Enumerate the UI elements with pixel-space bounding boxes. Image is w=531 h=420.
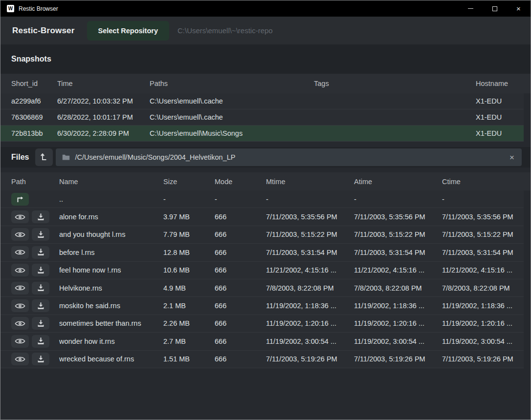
empty-area bbox=[0, 368, 531, 420]
column-path: Path bbox=[11, 178, 59, 186]
snapshot-row[interactable]: 76306869 6/28/2022, 10:01:17 PM C:\Users… bbox=[0, 109, 524, 126]
file-mtime: 7/11/2003, 5:35:56 PM bbox=[266, 213, 354, 221]
file-ctime: - bbox=[442, 195, 515, 203]
download-icon bbox=[37, 213, 45, 221]
file-atime: 11/19/2002, 1:20:16 ... bbox=[354, 319, 442, 327]
download-file-button[interactable] bbox=[32, 228, 49, 241]
file-mode: 666 bbox=[215, 284, 266, 292]
file-row: before l.rns 12.8 MB 666 7/11/2003, 5:31… bbox=[0, 244, 524, 261]
column-mode: Mode bbox=[215, 178, 266, 186]
file-mode: 666 bbox=[215, 213, 266, 221]
corner-up-right-arrow-icon bbox=[15, 194, 25, 204]
download-file-button[interactable] bbox=[32, 246, 49, 259]
select-repository-button[interactable]: Select Repository bbox=[87, 21, 170, 41]
snapshot-time: 6/30/2022, 2:28:09 PM bbox=[57, 129, 150, 137]
snapshot-short-id: 72b813bb bbox=[11, 129, 57, 137]
column-paths: Paths bbox=[150, 80, 314, 87]
preview-file-button[interactable] bbox=[11, 228, 29, 241]
file-name: moskito he said.rns bbox=[59, 302, 163, 310]
file-atime: 7/11/2003, 5:15:22 PM bbox=[354, 231, 442, 238]
file-row: sometimes better than.rns 2.26 MB 666 11… bbox=[0, 315, 524, 333]
download-file-button[interactable] bbox=[32, 335, 49, 348]
download-icon bbox=[37, 248, 45, 256]
preview-file-button[interactable] bbox=[11, 335, 29, 348]
clear-path-button[interactable]: × bbox=[509, 153, 515, 162]
download-file-button[interactable] bbox=[32, 353, 49, 365]
window-title: Restic Browser bbox=[19, 5, 58, 12]
file-size: 2.26 MB bbox=[163, 319, 215, 327]
maximize-button[interactable] bbox=[483, 0, 507, 17]
file-mode: 666 bbox=[215, 249, 266, 256]
file-mtime: - bbox=[266, 195, 354, 203]
file-size: 4.9 MB bbox=[163, 284, 215, 292]
file-row: feel home now !.rns 10.6 MB 666 11/21/20… bbox=[0, 262, 524, 279]
file-mtime: 7/11/2003, 5:31:54 PM bbox=[266, 249, 354, 256]
file-mode: 666 bbox=[215, 319, 266, 327]
file-atime: 11/19/2002, 1:18:36 ... bbox=[354, 302, 442, 310]
snapshots-section-header: Snapshots bbox=[0, 44, 531, 74]
snapshot-time: 6/27/2022, 10:03:32 PM bbox=[57, 97, 150, 105]
file-ctime: 11/19/2002, 3:00:54 ... bbox=[442, 337, 515, 345]
download-file-button[interactable] bbox=[32, 282, 49, 294]
window-controls: × bbox=[459, 0, 531, 17]
eye-icon bbox=[15, 249, 25, 256]
eye-icon bbox=[15, 302, 25, 310]
preview-file-button[interactable] bbox=[11, 299, 29, 312]
download-file-button[interactable] bbox=[32, 210, 49, 223]
folder-icon bbox=[62, 154, 70, 161]
file-size: 2.1 MB bbox=[163, 302, 215, 310]
dump-snapshot-button[interactable] bbox=[35, 148, 53, 166]
eye-icon bbox=[15, 356, 25, 363]
column-ctime: Ctime bbox=[442, 178, 522, 186]
file-name: .. bbox=[59, 195, 163, 203]
section-divider bbox=[0, 168, 531, 172]
file-size: 2.7 MB bbox=[163, 337, 215, 345]
eye-icon bbox=[15, 213, 25, 221]
snapshot-row[interactable]: a2299af6 6/27/2022, 10:03:32 PM C:\Users… bbox=[0, 93, 524, 109]
preview-file-button[interactable] bbox=[11, 246, 29, 259]
snapshot-short-id: a2299af6 bbox=[11, 97, 57, 105]
file-atime: 11/19/2002, 3:00:54 ... bbox=[354, 337, 442, 345]
section-divider bbox=[0, 142, 531, 147]
file-size: 1.51 MB bbox=[163, 355, 215, 363]
file-mtime: 11/19/2002, 1:20:16 ... bbox=[266, 319, 354, 327]
file-ctime: 11/19/2002, 1:20:16 ... bbox=[442, 319, 515, 327]
minimize-button[interactable] bbox=[459, 0, 483, 17]
preview-file-button[interactable] bbox=[11, 353, 29, 365]
up-level-icon bbox=[39, 152, 49, 162]
file-ctime: 7/11/2003, 5:31:54 PM bbox=[442, 249, 515, 256]
file-mtime: 11/21/2002, 4:15:16 ... bbox=[266, 266, 354, 274]
file-path-bar[interactable]: /C/Users/emuell/Music/Songs/2004_Helveti… bbox=[56, 148, 522, 166]
file-mtime: 7/11/2003, 5:19:26 PM bbox=[266, 355, 354, 363]
file-mode: 666 bbox=[215, 302, 266, 310]
download-icon bbox=[37, 231, 45, 239]
column-name: Name bbox=[59, 178, 163, 186]
file-name: feel home now !.rns bbox=[59, 266, 163, 274]
download-icon bbox=[37, 284, 45, 292]
download-icon bbox=[37, 302, 45, 310]
download-file-button[interactable] bbox=[32, 317, 49, 330]
file-ctime: 7/11/2003, 5:35:56 PM bbox=[442, 213, 515, 221]
column-size: Size bbox=[163, 178, 215, 186]
snapshot-row[interactable]: 72b813bb 6/30/2022, 2:28:09 PM C:\Users\… bbox=[0, 126, 524, 142]
file-atime: 7/11/2003, 5:35:56 PM bbox=[354, 213, 442, 221]
file-ctime: 7/11/2003, 5:15:22 PM bbox=[442, 231, 515, 238]
preview-file-button[interactable] bbox=[11, 210, 29, 223]
close-button[interactable]: × bbox=[507, 0, 531, 17]
file-row: alone for.rns 3.97 MB 666 7/11/2003, 5:3… bbox=[0, 208, 524, 226]
preview-file-button[interactable] bbox=[11, 282, 29, 294]
file-mode: - bbox=[215, 195, 266, 203]
eye-icon bbox=[15, 231, 25, 238]
snapshot-hostname: X1-EDU bbox=[476, 97, 515, 105]
file-atime: 7/11/2003, 5:31:54 PM bbox=[354, 249, 442, 256]
download-file-button[interactable] bbox=[32, 264, 49, 276]
download-file-button[interactable] bbox=[32, 299, 49, 312]
file-ctime: 7/11/2003, 5:19:26 PM bbox=[442, 355, 515, 363]
current-path-value: /C/Users/emuell/Music/Songs/2004_Helveti… bbox=[75, 153, 235, 161]
column-time: Time bbox=[57, 80, 150, 87]
preview-file-button[interactable] bbox=[11, 264, 29, 276]
preview-file-button[interactable] bbox=[11, 317, 29, 330]
go-parent-dir-button[interactable] bbox=[11, 193, 29, 206]
file-name: wrecked because of.rns bbox=[59, 355, 163, 363]
file-name: and you thought l.rns bbox=[59, 231, 163, 238]
